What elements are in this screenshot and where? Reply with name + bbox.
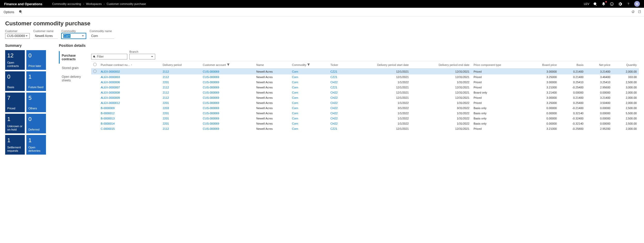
row-select[interactable]	[91, 121, 99, 126]
cell-customer-account[interactable]: CUS-000069	[201, 69, 254, 75]
cell-contract[interactable]: ALEX-0000012	[99, 100, 161, 105]
summary-tile[interactable]: 7Priced	[5, 93, 25, 112]
table-row[interactable]: B-00000132201CUS-000069Newell AcresCornC…	[91, 116, 639, 121]
col-start-date[interactable]: Delivery period start date	[349, 61, 411, 69]
cell-ticker[interactable]: CH22	[328, 105, 349, 111]
tab-stored-grain[interactable]: Stored grain	[59, 64, 89, 72]
cell-commodity[interactable]: Corn	[290, 74, 328, 80]
customer-input[interactable]: CUS-000069	[5, 33, 30, 39]
summary-tile[interactable]: 5Others	[26, 93, 46, 112]
cell-ticker[interactable]: CH22	[328, 90, 349, 95]
cell-commodity[interactable]: Corn	[290, 80, 328, 85]
table-row[interactable]: B-00000092203CUS-000069Newell AcresCornC…	[91, 105, 639, 111]
table-row[interactable]: ALEX-00000062201CUS-000069Newell AcresCo…	[91, 80, 639, 85]
row-select[interactable]	[91, 100, 99, 105]
cell-contract[interactable]: B-0000014	[99, 121, 161, 126]
smiley-icon[interactable]	[609, 2, 614, 6]
cell-delivery-period[interactable]: 2201	[161, 100, 201, 105]
cell-commodity[interactable]: Corn	[290, 126, 328, 131]
cell-customer-account[interactable]: CUS-000069	[201, 126, 254, 131]
cell-customer-account[interactable]: CUS-000069	[201, 85, 254, 90]
col-ticker[interactable]: Ticker	[328, 61, 349, 69]
tab-purchase-contracts[interactable]: Purchase contracts	[59, 51, 89, 64]
cell-customer-account[interactable]: CUS-000069	[201, 90, 254, 95]
col-board-price[interactable]: Board price	[527, 61, 559, 69]
cell-contract[interactable]: B-0000009	[99, 105, 161, 111]
table-row[interactable]: ALEX-00000072112CUS-000069Newell AcresCo…	[91, 85, 639, 90]
cell-customer-account[interactable]: CUS-000069	[201, 95, 254, 100]
cell-customer-account[interactable]: CUS-000069	[201, 116, 254, 121]
cell-delivery-period[interactable]: 2112	[161, 69, 201, 75]
cell-delivery-period[interactable]: 2201	[161, 80, 201, 85]
table-row[interactable]: C-00000152112CUS-000069Newell AcresCornC…	[91, 126, 639, 131]
row-select[interactable]	[91, 85, 99, 90]
cell-contract[interactable]: ALEX-0000002	[99, 69, 161, 75]
table-row[interactable]: ALEX-00000122201CUS-000069Newell AcresCo…	[91, 100, 639, 105]
cell-ticker[interactable]: CH22	[328, 116, 349, 121]
cell-delivery-period[interactable]: 2112	[161, 85, 201, 90]
col-name[interactable]: Name	[254, 61, 290, 69]
cell-commodity[interactable]: Corn	[290, 69, 328, 75]
cell-contract[interactable]: ALEX-0000007	[99, 85, 161, 90]
cell-ticker[interactable]: CZ21	[328, 74, 349, 80]
options-button[interactable]: Options	[3, 10, 15, 14]
row-select[interactable]	[91, 69, 99, 75]
cell-delivery-period[interactable]: 2203	[161, 105, 201, 111]
cell-customer-account[interactable]: CUS-000069	[201, 105, 254, 111]
row-select[interactable]	[91, 80, 99, 85]
cell-contract[interactable]: ALEX-0000008	[99, 90, 161, 95]
cell-commodity[interactable]: Corn	[290, 105, 328, 111]
col-end-date[interactable]: Delivery period end date	[411, 61, 472, 69]
summary-tile[interactable]: 1Open deliveries	[26, 135, 46, 155]
col-commodity[interactable]: Commodity	[290, 61, 328, 69]
cell-delivery-period[interactable]: 2201	[161, 116, 201, 121]
summary-tile[interactable]: 0Price later	[26, 50, 46, 70]
cell-customer-account[interactable]: CUS-000069	[201, 80, 254, 85]
summary-tile[interactable]: 12Open contracts	[5, 50, 25, 70]
cell-delivery-period[interactable]: 2201	[161, 111, 201, 116]
cell-customer-account[interactable]: CUS-000069	[201, 100, 254, 105]
summary-tile[interactable]: 1Unknown or on-hold	[5, 114, 25, 133]
cell-commodity[interactable]: Corn	[290, 95, 328, 100]
row-select[interactable]	[91, 95, 99, 100]
cell-commodity[interactable]: Corn	[290, 85, 328, 90]
cell-delivery-period[interactable]: 2201	[161, 121, 201, 126]
table-row[interactable]: B-00000142201CUS-000069Newell AcresCornC…	[91, 121, 639, 126]
table-row[interactable]: B-00000122201CUS-000069Newell AcresCornC…	[91, 111, 639, 116]
cell-contract[interactable]: B-0000012	[99, 111, 161, 116]
col-quantity[interactable]: Quantity	[612, 61, 639, 69]
cell-ticker[interactable]: CZ21	[328, 126, 349, 131]
row-select[interactable]	[91, 90, 99, 95]
cell-commodity[interactable]: Corn	[290, 116, 328, 121]
cell-delivery-period[interactable]: 2112	[161, 90, 201, 95]
cell-ticker[interactable]: CH22	[328, 121, 349, 126]
summary-tile[interactable]: 0Basis	[5, 71, 25, 91]
breadcrumb-item[interactable]: Commodity accounting	[52, 2, 81, 5]
cell-delivery-period[interactable]: 2112	[161, 74, 201, 80]
row-select[interactable]	[91, 105, 99, 111]
cell-customer-account[interactable]: CUS-000069	[201, 111, 254, 116]
col-customer-account[interactable]: Customer account	[201, 61, 254, 69]
cell-contract[interactable]: ALEX-0000003	[99, 74, 161, 80]
tab-open-delivery-sheets[interactable]: Open delivery sheets	[59, 72, 89, 85]
row-select[interactable]	[91, 126, 99, 131]
breadcrumb-item[interactable]: Workspaces	[86, 2, 101, 5]
summary-tile[interactable]: 0Deferred	[26, 114, 46, 133]
cell-commodity[interactable]: Corn	[290, 111, 328, 116]
cell-ticker[interactable]: CH22	[328, 95, 349, 100]
col-basis[interactable]: Basis	[559, 61, 585, 69]
table-row[interactable]: ALEX-00000092112CUS-000069Newell AcresCo…	[91, 95, 639, 100]
col-delivery-period[interactable]: Delivery period	[161, 61, 201, 69]
row-select[interactable]	[91, 111, 99, 116]
cell-contract[interactable]: ALEX-0000006	[99, 80, 161, 85]
summary-tile[interactable]: 1Settlement requests	[5, 135, 25, 155]
col-net-price[interactable]: Net price	[585, 61, 612, 69]
select-all-header[interactable]	[91, 61, 99, 69]
branch-select[interactable]	[129, 54, 155, 59]
cell-contract[interactable]: C-0000015	[99, 126, 161, 131]
search-icon[interactable]	[19, 10, 22, 14]
cell-customer-account[interactable]: CUS-000069	[201, 74, 254, 80]
bell-icon[interactable]	[601, 2, 606, 6]
popout-icon[interactable]	[638, 10, 641, 14]
cell-ticker[interactable]: CZ21	[328, 85, 349, 90]
